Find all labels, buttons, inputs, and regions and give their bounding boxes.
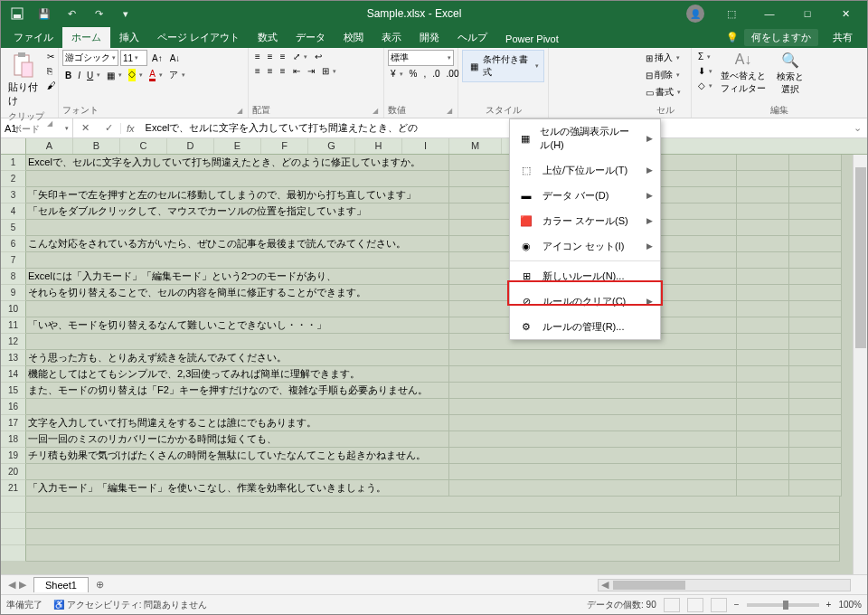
italic-button[interactable]: I xyxy=(75,67,83,83)
cell[interactable] xyxy=(737,448,789,464)
cut-button[interactable]: ✂ xyxy=(44,50,59,63)
cell[interactable]: そう思った方も、とりあえず続きを読んでみてください。 xyxy=(26,350,449,366)
cell[interactable] xyxy=(737,155,789,171)
cell[interactable] xyxy=(684,171,737,187)
border-button[interactable]: ▦▾ xyxy=(104,67,125,83)
cell[interactable] xyxy=(789,285,842,301)
row-header[interactable]: 15 xyxy=(1,383,26,399)
cancel-icon[interactable]: ✕ xyxy=(73,122,97,134)
cell[interactable] xyxy=(684,236,737,252)
align-top-icon[interactable]: ≡ xyxy=(252,50,263,63)
tab-formulas[interactable]: 数式 xyxy=(249,27,287,48)
cell[interactable] xyxy=(789,334,842,350)
minimize-button[interactable]: — xyxy=(751,1,788,26)
row-header[interactable]: 8 xyxy=(1,269,26,285)
cell[interactable] xyxy=(789,399,842,415)
cell[interactable] xyxy=(789,415,842,431)
row-header[interactable]: 13 xyxy=(1,350,26,366)
cell[interactable] xyxy=(737,480,789,497)
cell[interactable] xyxy=(684,187,737,203)
cell[interactable] xyxy=(789,203,842,220)
cell[interactable] xyxy=(684,285,737,301)
column-header[interactable]: G xyxy=(308,138,355,154)
sheet-nav-next-icon[interactable]: ▶ xyxy=(19,579,26,591)
row-header[interactable]: 12 xyxy=(1,334,26,350)
maximize-button[interactable]: □ xyxy=(789,1,826,26)
cell[interactable] xyxy=(737,269,789,285)
cell[interactable] xyxy=(684,431,737,448)
save-icon[interactable]: 💾 xyxy=(33,3,55,24)
increase-decimal-icon[interactable]: .0 xyxy=(429,67,442,80)
comma-icon[interactable]: , xyxy=(420,67,429,80)
wrap-text-button[interactable]: ↩ xyxy=(312,50,325,63)
cell[interactable] xyxy=(737,187,789,203)
cell[interactable] xyxy=(737,383,789,399)
column-header[interactable]: I xyxy=(402,138,449,154)
cell[interactable] xyxy=(737,171,789,187)
cell[interactable] xyxy=(26,171,449,187)
cell[interactable] xyxy=(684,464,737,480)
qat-customize-icon[interactable]: ▾ xyxy=(115,3,137,24)
conditional-formatting-button[interactable]: ▦ 条件付き書式▾ xyxy=(462,50,544,82)
cf-data-bars[interactable]: ▬データ バー(D)▶ xyxy=(510,183,660,208)
cf-color-scales[interactable]: 🟥カラー スケール(S)▶ xyxy=(510,208,660,233)
tab-review[interactable]: 校閲 xyxy=(335,27,373,48)
cell[interactable]: 「矢印キーで左を押すと左のセルに移動してしまうので、最初から打ち直しています」 xyxy=(26,187,449,203)
delete-cells-button[interactable]: ⊟削除▾ xyxy=(643,67,683,83)
cell[interactable] xyxy=(684,383,737,399)
zoom-in-button[interactable]: + xyxy=(826,600,832,610)
cell[interactable] xyxy=(737,415,789,431)
cell[interactable] xyxy=(737,464,789,480)
font-size-combo[interactable]: 11▾ xyxy=(120,50,147,66)
cell[interactable] xyxy=(684,334,737,350)
cell[interactable] xyxy=(737,317,789,334)
zoom-level[interactable]: 100% xyxy=(838,600,862,610)
align-bottom-icon[interactable]: ≡ xyxy=(278,50,288,63)
row-header[interactable]: 3 xyxy=(1,187,26,203)
align-center-icon[interactable]: ≡ xyxy=(265,64,276,78)
sort-filter-button[interactable]: A↓ 並べ替えと フィルター xyxy=(717,50,769,97)
ribbon-display-icon[interactable]: ⬚ xyxy=(713,1,750,26)
cell[interactable] xyxy=(684,203,737,220)
cf-new-rule[interactable]: ⊞新しいルール(N)... xyxy=(510,263,660,289)
font-color-button[interactable]: A▾ xyxy=(146,67,165,83)
tab-home[interactable]: ホーム xyxy=(62,27,110,48)
cell[interactable] xyxy=(684,448,737,464)
cell[interactable] xyxy=(684,415,737,431)
copy-button[interactable]: ⎘ xyxy=(44,64,59,78)
row-header[interactable]: 4 xyxy=(1,203,26,220)
column-header[interactable]: F xyxy=(261,138,308,154)
cell[interactable] xyxy=(684,366,737,383)
increase-indent-icon[interactable]: ⇥ xyxy=(305,64,317,78)
tell-me-input[interactable]: 何をしますか xyxy=(744,29,818,46)
decrease-font-icon[interactable]: A↓ xyxy=(167,52,184,65)
row-header[interactable]: 5 xyxy=(1,220,26,236)
cf-top-bottom-rules[interactable]: ⬚上位/下位ルール(T)▶ xyxy=(510,157,660,183)
page-break-view-icon[interactable] xyxy=(711,598,727,612)
row-header[interactable]: 18 xyxy=(1,431,26,448)
dialog-launcher-icon[interactable]: ◢ xyxy=(237,107,244,115)
cell[interactable]: Excelには「入力モード」「編集モード」という2つのモードがあり、 xyxy=(26,269,449,285)
cell[interactable] xyxy=(789,366,842,383)
cell[interactable] xyxy=(789,448,842,464)
phonetic-button[interactable]: ア▾ xyxy=(166,67,188,83)
cell[interactable] xyxy=(789,187,842,203)
sheet-nav-prev-icon[interactable]: ◀ xyxy=(8,579,15,591)
column-header[interactable]: B xyxy=(73,138,120,154)
cell[interactable] xyxy=(789,220,842,236)
cell[interactable] xyxy=(737,399,789,415)
align-middle-icon[interactable]: ≡ xyxy=(265,50,276,63)
tab-page-layout[interactable]: ページ レイアウト xyxy=(148,27,249,48)
insert-cells-button[interactable]: ⊞挿入▾ xyxy=(643,50,683,66)
expand-formula-bar-icon[interactable]: ⌄ xyxy=(848,122,867,134)
row-header[interactable]: 1 xyxy=(1,155,26,171)
cell[interactable] xyxy=(737,301,789,317)
orientation-icon[interactable]: ⤢▾ xyxy=(290,50,310,63)
align-right-icon[interactable]: ≡ xyxy=(278,64,288,78)
percent-icon[interactable]: % xyxy=(407,67,420,80)
underline-button[interactable]: U▾ xyxy=(84,67,103,83)
merge-button[interactable]: ⊞▾ xyxy=(319,64,339,78)
tab-developer[interactable]: 開発 xyxy=(410,27,448,48)
cell[interactable] xyxy=(737,366,789,383)
user-avatar[interactable]: 👤 xyxy=(686,5,704,23)
